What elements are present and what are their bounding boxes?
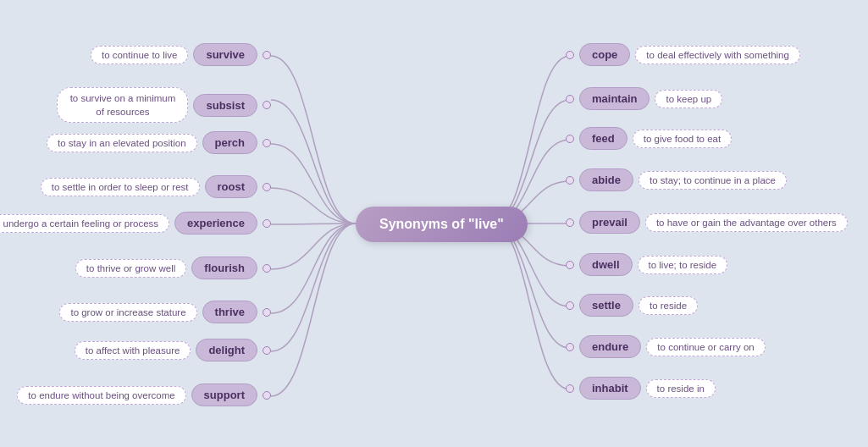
- left-node-flourish: to thrive or grow wellflourish: [75, 257, 271, 279]
- left-node-roost: to settle in order to sleep or restroost: [41, 175, 271, 198]
- dot-flourish: [263, 264, 271, 273]
- synonym-inhabit: inhabit: [579, 377, 641, 400]
- def-experience: to undergo a certain feeling or process: [0, 214, 169, 233]
- dot-support: [263, 391, 271, 400]
- def-survive: to continue to live: [91, 46, 189, 64]
- synonym-roost: roost: [205, 175, 258, 198]
- def-dwell: to live; to reside: [638, 256, 728, 274]
- def-settle: to reside: [639, 296, 698, 315]
- def-thrive: to grow or increase stature: [59, 303, 196, 322]
- left-node-subsist: to survive on a minimumof resourcessubsi…: [57, 87, 271, 123]
- right-node-cope: copeto deal effectively with something: [566, 43, 800, 66]
- def-inhabit: to reside in: [646, 379, 716, 398]
- right-node-prevail: prevailto have or gain the advantage ove…: [566, 211, 848, 234]
- synonym-endure: endure: [579, 335, 641, 358]
- dot-prevail: [566, 218, 574, 227]
- right-node-dwell: dwellto live; to reside: [566, 253, 727, 276]
- dot-inhabit: [566, 384, 574, 393]
- center-label: Synonyms of "live": [356, 207, 528, 242]
- left-node-delight: to affect with pleasuredelight: [75, 339, 271, 361]
- right-node-maintain: maintainto keep up: [566, 87, 722, 110]
- dot-thrive: [263, 308, 271, 317]
- synonym-subsist: subsist: [193, 94, 257, 117]
- right-node-feed: feedto give food to eat: [566, 127, 732, 150]
- dot-perch: [263, 139, 271, 147]
- synonym-abide: abide: [579, 168, 633, 191]
- synonym-maintain: maintain: [579, 87, 650, 110]
- synonym-cope: cope: [579, 43, 630, 66]
- left-node-survive: to continue to livesurvive: [91, 43, 271, 66]
- dot-experience: [263, 219, 271, 228]
- synonym-dwell: dwell: [579, 253, 633, 276]
- right-node-inhabit: inhabitto reside in: [566, 377, 716, 400]
- dot-cope: [566, 51, 574, 59]
- synonym-feed: feed: [579, 127, 628, 150]
- dot-endure: [566, 343, 574, 351]
- synonym-prevail: prevail: [579, 211, 640, 234]
- def-perch: to stay in an elevated position: [47, 134, 197, 152]
- synonym-delight: delight: [196, 339, 257, 361]
- right-node-abide: abideto stay; to continue in a place: [566, 168, 787, 191]
- def-maintain: to keep up: [655, 90, 722, 108]
- left-node-perch: to stay in an elevated positionperch: [47, 131, 271, 154]
- def-delight: to affect with pleasure: [75, 341, 191, 360]
- synonym-experience: experience: [174, 212, 257, 235]
- def-roost: to settle in order to sleep or rest: [41, 178, 200, 196]
- dot-abide: [566, 176, 574, 185]
- dot-maintain: [566, 95, 574, 103]
- synonym-thrive: thrive: [202, 301, 257, 323]
- dot-subsist: [263, 101, 271, 109]
- center-node: Synonyms of "live": [356, 207, 528, 242]
- def-cope: to deal effectively with something: [635, 46, 800, 64]
- dot-survive: [263, 51, 271, 59]
- left-node-experience: to undergo a certain feeling or processe…: [0, 212, 271, 235]
- def-abide: to stay; to continue in a place: [639, 171, 787, 190]
- synonym-flourish: flourish: [191, 257, 257, 279]
- dot-settle: [566, 301, 574, 310]
- left-node-thrive: to grow or increase staturethrive: [59, 301, 271, 323]
- def-endure: to continue or carry on: [646, 338, 765, 356]
- synonym-settle: settle: [579, 294, 633, 317]
- def-support: to endure without being overcome: [17, 386, 185, 405]
- left-node-support: to endure without being overcomesupport: [17, 384, 271, 406]
- def-prevail: to have or gain the advantage over other…: [645, 213, 848, 232]
- dot-roost: [263, 183, 271, 191]
- synonym-survive: survive: [193, 43, 257, 66]
- dot-dwell: [566, 261, 574, 269]
- def-flourish: to thrive or grow well: [75, 259, 186, 278]
- synonym-perch: perch: [202, 131, 257, 154]
- dot-delight: [263, 346, 271, 355]
- synonym-support: support: [191, 384, 257, 406]
- def-subsist: to survive on a minimumof resources: [57, 87, 188, 123]
- dot-feed: [566, 135, 574, 143]
- right-node-settle: settleto reside: [566, 294, 698, 317]
- right-node-endure: endureto continue or carry on: [566, 335, 766, 358]
- def-feed: to give food to eat: [633, 130, 732, 148]
